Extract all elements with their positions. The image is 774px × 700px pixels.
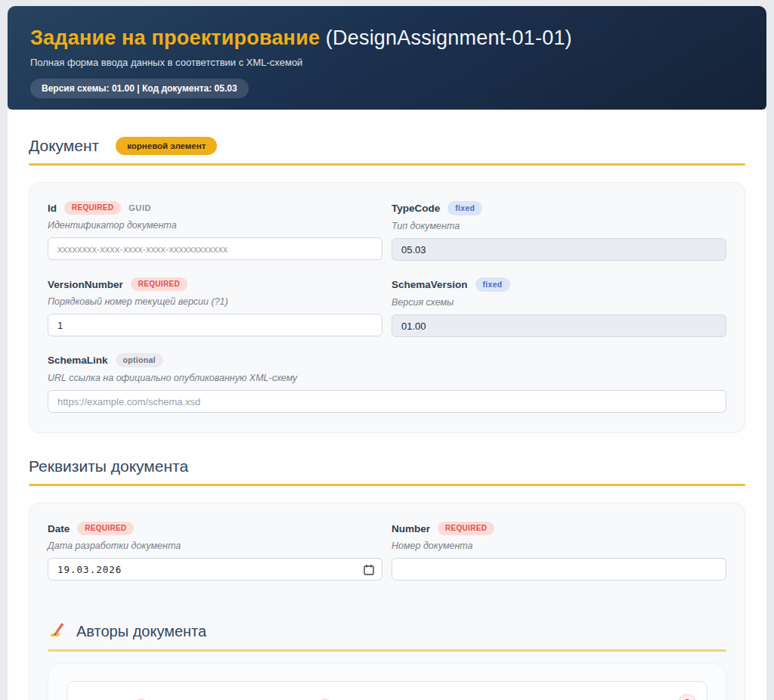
field-schemalink: SchemaLink optional URL ссылка на официа… [48,353,726,413]
field-typecode-label: TypeCode [392,203,440,214]
schemaversion-input [392,314,726,337]
typecode-input [392,238,726,261]
field-typecode-description: Тип документа [392,221,726,231]
page-title: Задание на проектирование (DesignAssignm… [30,26,744,50]
date-input[interactable]: 19.03.2026 [48,558,382,581]
authors-title: Авторы документа [76,623,206,640]
page-subtitle: Полная форма ввода данных в соответствии… [30,57,744,68]
section-requisites: Реквизиты документа Date REQUIRED Дата р… [29,457,745,700]
field-versionnumber-description: Порядковый номер текущей версии (?1) [48,296,382,307]
section-divider [29,163,745,166]
requisites-card: Date REQUIRED Дата разработки документа … [29,503,745,700]
id-input[interactable] [48,237,382,260]
field-typecode: TypeCode fixed Тип документа [392,201,726,261]
field-id-description: Идентификатор документа [48,220,382,231]
schema-meta-badge: Версия схемы: 01.00 | Код документа: 05.… [30,79,249,98]
page: Задание на проектирование (DesignAssignm… [8,6,766,700]
guid-type-tag: GUID [128,203,151,212]
page-title-accent: Задание на проектирование [30,26,320,49]
writing-hand-icon [48,621,67,641]
section-document-title: Документ [29,137,99,155]
fixed-badge: fixed [475,277,510,292]
required-badge: REQUIRED [77,522,134,535]
field-id-label: Id [48,203,57,214]
form-content: Документ корневой элемент Id REQUIRED GU… [8,110,766,700]
document-card: Id REQUIRED GUID Идентификатор документа… [29,182,745,433]
field-number: Number REQUIRED Номер документа [392,522,726,597]
field-versionnumber: VersionNumber REQUIRED Порядковый номер … [48,277,382,336]
field-schemaversion: SchemaVersion fixed Версия схемы [392,277,726,353]
section-requisites-title: Реквизиты документа [29,457,188,475]
field-date-description: Дата разработки документа [48,540,382,551]
field-versionnumber-label: VersionNumber [48,279,123,290]
field-number-description: Номер документа [392,540,726,551]
section-document: Документ корневой элемент Id REQUIRED GU… [29,137,745,433]
authors-divider [48,649,726,652]
author-entry-card: ? Фамилия * [67,681,707,700]
schemalink-input[interactable] [48,390,726,413]
versionnumber-input[interactable] [48,314,382,336]
root-element-badge: корневой элемент [116,137,217,155]
page-header: Задание на проектирование (DesignAssignm… [8,6,766,110]
required-badge: REQUIRED [438,522,494,535]
field-schemaversion-description: Версия схемы [392,297,726,308]
field-id: Id REQUIRED GUID Идентификатор документа [48,201,382,261]
fixed-badge: fixed [447,201,482,215]
field-date-label: Date [48,523,70,534]
required-badge: REQUIRED [131,277,187,291]
date-value: 19.03.2026 [57,564,122,575]
calendar-icon[interactable] [364,564,374,575]
field-schemalink-description: URL ссылка на официально опубликованную … [48,373,726,383]
authors-subsection-head: Авторы документа [48,621,726,641]
number-input[interactable] [392,558,726,581]
field-date: Date REQUIRED Дата разработки документа … [48,522,382,581]
author-help-button[interactable]: ? [678,694,696,700]
field-schemaversion-label: SchemaVersion [392,279,468,290]
field-number-label: Number [392,523,430,534]
authors-list: ? Фамилия * [48,663,726,700]
page-title-code: (DesignAssignment-01-01) [320,26,572,49]
required-badge: REQUIRED [64,201,121,215]
field-schemalink-label: SchemaLink [48,355,108,366]
section-divider [29,484,745,486]
optional-badge: optional [116,353,163,367]
